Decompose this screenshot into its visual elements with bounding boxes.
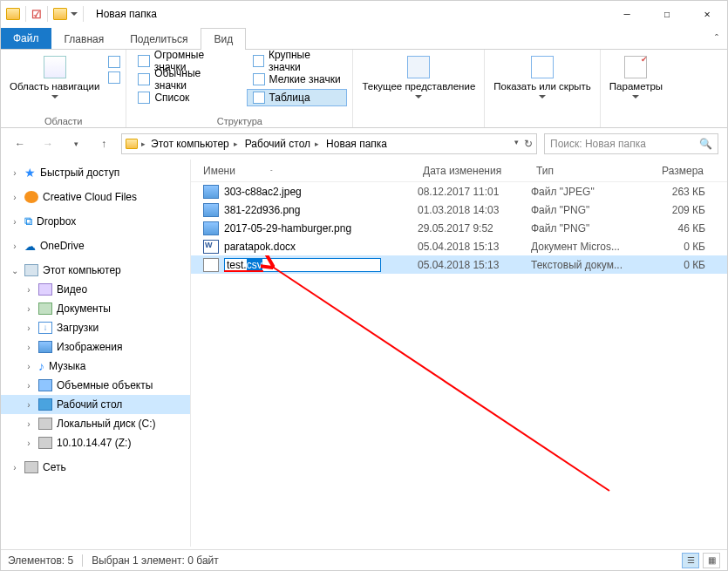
show-hide-icon — [531, 56, 554, 78]
forward-button[interactable]: → — [37, 133, 58, 154]
network-icon — [24, 461, 38, 473]
thumbnails-view-toggle[interactable]: ▦ — [703, 553, 720, 568]
expand-icon[interactable]: › — [10, 217, 20, 227]
view-label: Мелкие значки — [269, 73, 341, 85]
collapse-icon[interactable]: ⌄ — [10, 266, 20, 275]
view-small-icons[interactable]: Мелкие значки — [247, 71, 348, 88]
ribbon-collapse-icon[interactable]: ˆ — [706, 30, 727, 49]
breadcrumb-desktop[interactable]: Рабочий стол▸ — [243, 136, 321, 152]
dropdown-icon[interactable]: ▾ — [514, 138, 519, 150]
tree-label: Быстрый доступ — [40, 167, 119, 179]
preview-pane-icon[interactable] — [108, 56, 120, 68]
group-label-empty — [358, 114, 479, 126]
file-type: Текстовый докум... — [531, 259, 644, 271]
details-pane-icon[interactable] — [108, 71, 120, 84]
view-details[interactable]: Таблица — [247, 89, 348, 106]
properties-icon[interactable]: ☑ — [31, 8, 42, 21]
tree-images[interactable]: ›Изображения — [1, 337, 190, 357]
close-button[interactable]: ✕ — [687, 1, 727, 27]
file-row[interactable]: test.csv05.04.2018 15:13Текстовый докум.… — [191, 255, 727, 274]
col-size[interactable]: Размера — [650, 165, 711, 177]
tree-label: 10.10.14.47 (Z:) — [57, 437, 131, 449]
expand-icon[interactable]: › — [10, 193, 20, 202]
expand-icon[interactable]: › — [24, 400, 34, 410]
network-drive-icon — [38, 437, 52, 449]
details-view-toggle[interactable]: ☰ — [682, 553, 699, 568]
view-list[interactable]: Список — [132, 89, 241, 106]
tree-desktop[interactable]: ›Рабочий стол — [1, 395, 190, 414]
tree-quick-access[interactable]: ›★Быстрый доступ — [1, 163, 190, 182]
view-label: Крупные значки — [269, 49, 341, 73]
file-size: 0 КБ — [644, 241, 705, 253]
file-type-icon — [203, 240, 219, 254]
file-row[interactable]: paratapok.docx05.04.2018 15:13Документ M… — [191, 237, 727, 255]
tree-onedrive[interactable]: ›☁OneDrive — [1, 236, 190, 255]
view-large-icons[interactable]: Крупные значки — [247, 52, 348, 70]
current-view-button[interactable]: Текущее представление — [358, 52, 479, 114]
expand-icon[interactable]: › — [24, 419, 34, 429]
status-selection: Выбран 1 элемент: 0 байт — [92, 554, 219, 567]
minimize-button[interactable]: — — [607, 1, 647, 27]
view-label: Обычные значки — [154, 67, 235, 92]
file-row[interactable]: 381-22d936.png01.03.2018 14:03Файл "PNG"… — [191, 201, 727, 219]
tab-file[interactable]: Файл — [1, 28, 51, 49]
tree-downloads[interactable]: ›↓Загрузки — [1, 318, 190, 337]
nav-pane-button[interactable]: Область навигации — [6, 52, 103, 114]
folder-icon[interactable] — [53, 8, 67, 20]
back-button[interactable]: ← — [10, 133, 31, 154]
expand-icon[interactable]: › — [24, 285, 34, 295]
tree-videos[interactable]: ›Видео — [1, 280, 190, 299]
tree-creative-cloud[interactable]: ›Creative Cloud Files — [1, 187, 190, 207]
show-hide-button[interactable]: Показать или скрыть — [490, 52, 595, 114]
navigation-pane[interactable]: ›★Быстрый доступ ›Creative Cloud Files ›… — [1, 160, 191, 547]
breadcrumb-pc[interactable]: Этот компьютер▸ — [149, 136, 240, 152]
options-button[interactable]: ✔ Параметры — [606, 52, 666, 114]
expand-icon[interactable]: › — [10, 463, 20, 472]
tree-dropbox[interactable]: ›⧉Dropbox — [1, 212, 190, 231]
window-title: Новая папка — [91, 8, 607, 20]
file-name: paratapok.docx — [224, 241, 296, 253]
expand-icon[interactable]: › — [24, 323, 34, 333]
expand-icon[interactable]: › — [24, 343, 34, 352]
documents-icon — [38, 302, 52, 315]
group-label-empty — [606, 114, 666, 126]
tab-home[interactable]: Главная — [51, 28, 118, 50]
tree-this-pc[interactable]: ⌄Этот компьютер — [1, 261, 190, 280]
expand-icon[interactable]: › — [10, 168, 20, 178]
tree-label: Музыка — [49, 360, 85, 372]
options-icon: ✔ — [624, 56, 647, 78]
status-view-switcher: ☰ ▦ — [682, 553, 720, 568]
tree-label: Объемные объекты — [57, 379, 153, 391]
tree-network[interactable]: ›Сеть — [1, 458, 190, 477]
col-type[interactable]: Тип — [536, 165, 650, 177]
search-input[interactable]: Поиск: Новая папка 🔍 — [544, 133, 718, 154]
file-row[interactable]: 2017-05-29-hamburger.png29.05.2017 9:52Ф… — [191, 219, 727, 237]
tab-view[interactable]: Вид — [201, 28, 246, 50]
expand-icon[interactable]: › — [10, 241, 20, 251]
view-normal-icons[interactable]: Обычные значки — [132, 71, 241, 88]
tab-share[interactable]: Поделиться — [117, 28, 201, 50]
list-icon — [138, 92, 150, 104]
address-bar[interactable]: ▸ Этот компьютер▸ Рабочий стол▸ Новая па… — [121, 133, 537, 154]
breadcrumb-folder[interactable]: Новая папка — [324, 136, 389, 152]
refresh-icon[interactable]: ↻ — [524, 138, 533, 150]
tree-label: Сеть — [43, 461, 66, 473]
tree-disk-z[interactable]: ›10.10.14.47 (Z:) — [1, 433, 190, 452]
tree-documents[interactable]: ›Документы — [1, 299, 190, 318]
tree-3d-objects[interactable]: ›Объемные объекты — [1, 376, 190, 395]
expand-icon[interactable]: › — [24, 438, 34, 448]
tree-disk-c[interactable]: ›Локальный диск (C:) — [1, 414, 190, 433]
expand-icon[interactable]: › — [24, 362, 34, 371]
maximize-button[interactable]: ☐ — [647, 1, 687, 27]
tree-music[interactable]: ›♪Музыка — [1, 357, 190, 376]
expand-icon[interactable]: › — [24, 381, 34, 391]
qat-dropdown-icon[interactable] — [71, 12, 78, 16]
file-row[interactable]: 303-c88ac2.jpeg08.12.2017 11:01Файл "JPE… — [191, 182, 727, 201]
expand-icon[interactable]: › — [24, 304, 34, 314]
search-icon: 🔍 — [699, 138, 712, 150]
col-date[interactable]: Дата изменения — [423, 165, 536, 177]
up-button[interactable]: ↑ — [93, 133, 114, 154]
col-name[interactable]: Имениˆ — [203, 165, 423, 177]
file-name: 303-c88ac2.jpeg — [224, 186, 302, 198]
recent-locations-button[interactable]: ▾ — [65, 133, 86, 154]
